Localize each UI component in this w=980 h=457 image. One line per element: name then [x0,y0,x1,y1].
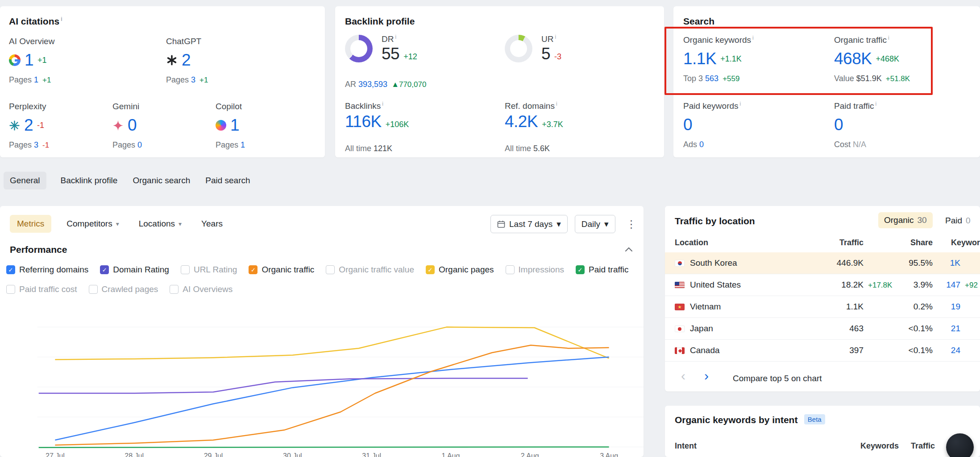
paid-keywords-value[interactable]: 0 [683,115,692,134]
paid-toggle[interactable]: Paid0 [945,216,971,226]
ref-domains-value[interactable]: 4.2K [505,112,538,131]
granularity-dropdown[interactable]: Daily▾ [575,215,615,233]
flag-south-korea-icon [675,260,685,267]
metric-checkbox-paid-traffic-cost[interactable]: Paid traffic cost [6,284,77,294]
chevron-down-icon: ▾ [556,219,561,229]
x-axis-label: 29 Jul [204,452,223,457]
ai-metric-copilot: Copilot 1 Pages 1 [216,102,305,150]
checkbox-unchecked-icon [89,285,98,294]
paid-traffic-block: Paid traffici 0 Cost N/A [834,101,977,149]
chevron-down-icon: ▾ [179,220,182,227]
gemini-icon [112,120,124,131]
metric-checkbox-organic-pages[interactable]: ✓Organic pages [426,265,494,275]
column-keywords: Keywords [951,238,980,247]
metric-checkbox-referring-domains[interactable]: ✓Referring domains [6,265,88,275]
compare-top5-link[interactable]: Compare top 5 on chart [733,374,822,383]
metric-checkbox-organic-traffic[interactable]: ✓Organic traffic [249,265,314,275]
info-icon: i [555,34,556,40]
checkbox-unchecked-icon [6,285,15,294]
flag-canada-icon [675,347,685,354]
metric-checkbox-organic-traffic-value[interactable]: Organic traffic value [326,265,414,275]
metric-toggles-row-2: Paid traffic costCrawled pagesAI Overvie… [6,284,233,294]
dr-value: 55 [382,45,399,63]
metric-value: 1 [25,51,33,70]
column-intent: Intent [675,441,697,451]
keywords-by-intent-card: Organic keywords by intent Beta Intent K… [665,406,980,457]
tab-organic-search[interactable]: Organic search [132,172,191,189]
calendar-icon [497,220,505,228]
x-axis-label: 3 Aug [600,452,618,457]
table-row-canada[interactable]: Canada397<0.1%24 [665,340,980,362]
date-controls: Last 7 days▾ Daily▾ ⋮ [490,215,640,233]
competitors-dropdown[interactable]: Competitors▾ [62,215,123,233]
ai-citations-card: AI citationsi AI Overview 1+1 Pages 1 +1… [0,6,325,157]
more-options-icon[interactable]: ⋮ [623,216,640,232]
organic-traffic-value[interactable]: 468K [834,49,872,68]
date-range-button[interactable]: Last 7 days▾ [490,215,568,233]
tab-backlink-profile[interactable]: Backlink profile [60,172,119,189]
performance-chart [37,309,644,457]
location-name: Canada [690,346,720,355]
keywords-link[interactable]: 1K [920,258,960,268]
info-icon: i [888,35,889,41]
table-row-united-states[interactable]: United States18.2K3.9%147+17.8K+92 [665,274,980,296]
organic-toggle[interactable]: Organic30 [878,212,933,228]
metric-checkbox-crawled-pages[interactable]: Crawled pages [89,284,158,294]
tab-paid-search[interactable]: Paid search [204,172,251,189]
checkbox-checked-icon: ✓ [6,265,15,274]
info-icon: i [61,16,62,22]
backlink-profile-card: Backlink profile DRi 55+12 AR 393,593 ▲7… [335,6,664,157]
keywords-link[interactable]: 147 [920,280,960,290]
checkbox-checked-icon: ✓ [426,265,435,274]
page-next-icon[interactable]: › [704,369,709,383]
traffic-by-location-card: Traffic by location Organic30 Paid0 Loca… [665,206,980,391]
info-icon: i [556,101,557,107]
keywords-link[interactable]: 19 [920,302,960,312]
x-axis-label: 27 Jul [46,452,65,457]
chart-line-paid-traffic [39,447,609,447]
performance-title: Performance [10,244,67,255]
organic-keywords-value[interactable]: 1.1K [683,49,716,68]
column-location: Location [675,238,708,247]
chart-line-organic-pages [55,327,609,360]
keywords-link[interactable]: 21 [920,324,960,333]
metric-checkbox-paid-traffic[interactable]: ✓Paid traffic [576,265,628,275]
table-row-south-korea[interactable]: South Korea446.9K95.5%1K [665,252,980,274]
x-axis-label: 30 Jul [283,452,302,457]
column-traffic: Traffic [790,238,864,247]
info-icon: i [875,101,876,107]
collapse-chevron-up-icon[interactable] [625,246,633,252]
checkbox-unchecked-icon [326,265,335,274]
table-row-japan[interactable]: Japan463<0.1%21 [665,318,980,340]
intent-table-header: Intent Keywords Traffic [665,441,980,455]
checkbox-checked-icon: ✓ [576,265,585,274]
metric-checkbox-url-rating[interactable]: URL Rating [181,265,237,275]
chevron-down-icon: ▾ [116,220,119,227]
chevron-down-icon: ▾ [604,219,609,229]
keywords-link[interactable]: 24 [920,346,960,355]
ai-metric-perplexity: Perplexity 2-1 Pages 3 -1 [9,102,103,150]
traffic-value: 463 [790,324,864,333]
metric-checkbox-domain-rating[interactable]: ✓Domain Rating [100,265,169,275]
metric-checkbox-ai-overviews[interactable]: AI Overviews [170,284,233,294]
perplexity-icon [9,120,20,131]
chatgpt-icon [166,54,178,66]
backlinks-value[interactable]: 116K [345,112,382,131]
info-icon: i [395,34,396,40]
traffic-value: 397 [790,346,864,355]
x-axis-label: 2 Aug [521,452,539,457]
location-table-header: Location Traffic Share Keywords [665,238,980,252]
metrics-button[interactable]: Metrics [10,215,51,233]
tab-general[interactable]: General [4,172,46,189]
years-button[interactable]: Years [197,215,227,233]
page-prev-icon[interactable]: ‹ [681,369,685,383]
table-row-vietnam[interactable]: Vietnam1.1K0.2%19 [665,296,980,318]
metric-checkbox-impressions[interactable]: Impressions [506,265,564,275]
organic-traffic-block: Organic traffici 468K+468K Value $51.9K … [834,35,977,83]
location-name: South Korea [690,258,737,268]
locations-dropdown[interactable]: Locations▾ [134,215,186,233]
ai-metric-ai-overview: AI Overview 1+1 Pages 1 +1 [9,37,156,85]
traffic-value: 446.9K [790,258,864,268]
chat-widget-button[interactable] [946,433,974,457]
info-icon: i [740,101,741,107]
